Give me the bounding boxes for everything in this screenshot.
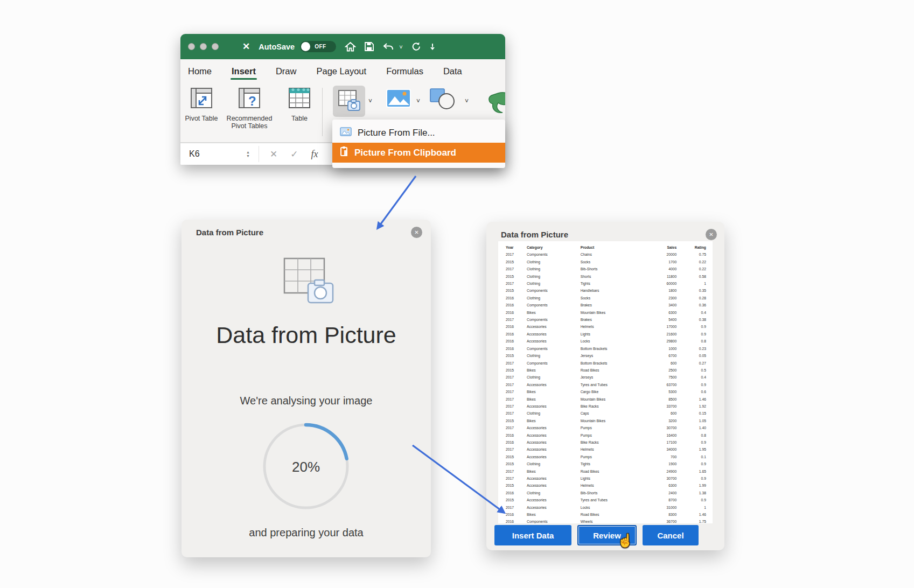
table-cell: 17000 bbox=[650, 323, 676, 330]
zoom-window-button[interactable] bbox=[212, 43, 219, 50]
excel-window: ✕ AutoSave OFF ˅ bbox=[180, 34, 505, 165]
table-cell: Socks bbox=[581, 258, 651, 265]
insert-function-icon[interactable]: fx bbox=[311, 149, 318, 160]
table-cell: 21600 bbox=[650, 331, 676, 338]
table-cell: Tights bbox=[581, 460, 651, 467]
tab-formulas[interactable]: Formulas bbox=[385, 61, 424, 82]
redo-icon[interactable] bbox=[411, 41, 421, 52]
table-cell: 2017 bbox=[506, 280, 527, 287]
table-cell: Components bbox=[527, 251, 581, 258]
pictures-button[interactable] bbox=[384, 87, 413, 111]
undo-chevron-icon[interactable]: ˅ bbox=[399, 44, 402, 50]
table-cell: 0.8 bbox=[676, 338, 706, 345]
table-row: 2015ClothingShorts118000.58 bbox=[506, 273, 706, 280]
table-cell: 2400 bbox=[650, 489, 676, 496]
table-cell: 0.22 bbox=[676, 265, 706, 272]
table-cell: Components bbox=[527, 287, 581, 294]
table-cell: 2015 bbox=[506, 482, 527, 489]
name-box-stepper[interactable]: ▲▼ bbox=[246, 150, 250, 158]
table-cell: 31000 bbox=[650, 504, 676, 511]
table-row: 2017ClothingCaps6000.15 bbox=[506, 410, 706, 417]
table-cell: 2017 bbox=[506, 446, 527, 453]
table-cell: Bottom Brackets bbox=[581, 360, 651, 367]
cancel-button[interactable]: Cancel bbox=[643, 525, 699, 545]
excel-titlebar: ✕ AutoSave OFF ˅ bbox=[180, 34, 505, 59]
toolbar-pin-icon[interactable] bbox=[429, 43, 436, 51]
table-cell: Components bbox=[527, 345, 581, 352]
tab-insert[interactable]: Insert bbox=[231, 61, 257, 82]
table-cell: 2017 bbox=[506, 360, 527, 367]
table-cell: Road Bikes bbox=[581, 367, 651, 374]
table-cell: 2017 bbox=[506, 374, 527, 381]
table-cell: 2015 bbox=[506, 417, 527, 424]
table-row: 2017AccessoriesPumps307001.40 bbox=[506, 424, 706, 431]
close-icon[interactable]: ✕ bbox=[242, 41, 250, 52]
table-cell: 0.22 bbox=[676, 258, 706, 265]
dialog-close-button[interactable]: ✕ bbox=[706, 229, 717, 240]
table-button[interactable]: Table bbox=[284, 87, 315, 122]
tab-home[interactable]: Home bbox=[187, 61, 213, 82]
shapes-chevron-icon[interactable]: ˅ bbox=[465, 97, 469, 105]
table-cell: 2015 bbox=[506, 496, 527, 503]
table-cell: 0.05 bbox=[676, 352, 706, 359]
table-cell: Chains bbox=[581, 251, 651, 258]
traffic-lights bbox=[188, 43, 219, 50]
undo-icon[interactable] bbox=[382, 42, 394, 52]
table-cell: 1.95 bbox=[676, 446, 706, 453]
shapes-button[interactable] bbox=[427, 87, 461, 114]
dialog-close-button[interactable]: ✕ bbox=[411, 227, 422, 238]
table-cell: 600 bbox=[650, 360, 676, 367]
pictures-chevron-icon[interactable]: ˅ bbox=[416, 97, 420, 105]
menu-item-picture-from-clipboard[interactable]: Picture From Clipboard bbox=[332, 143, 505, 163]
minimize-window-button[interactable] bbox=[200, 43, 207, 50]
table-cell: Handlebars bbox=[581, 287, 651, 294]
table-cell: Clothing bbox=[527, 258, 581, 265]
table-cell: Accessories bbox=[527, 331, 581, 338]
table-cell: Clothing bbox=[527, 280, 581, 287]
tab-draw[interactable]: Draw bbox=[275, 61, 298, 82]
confirm-entry-icon[interactable]: ✓ bbox=[290, 149, 298, 160]
table-cell: 2016 bbox=[506, 511, 527, 518]
table-icon bbox=[288, 87, 311, 111]
table-row: 2015BikesMountain Bikes32001.05 bbox=[506, 417, 706, 424]
table-cell: Jerseys bbox=[581, 374, 651, 381]
table-row: 2017BikesRoad Bikes249001.65 bbox=[506, 468, 706, 475]
table-cell: 0.23 bbox=[676, 345, 706, 352]
formula-divider bbox=[259, 146, 259, 162]
table-cell: 29800 bbox=[650, 338, 676, 345]
data-from-picture-button[interactable] bbox=[333, 86, 365, 117]
save-icon[interactable] bbox=[364, 41, 374, 52]
table-row: 2017BikesMountain Bikes85001.46 bbox=[506, 396, 706, 403]
table-row: 2017AccessoriesTyres and Tubes637000.9 bbox=[506, 381, 706, 388]
pivot-table-button[interactable]: Pivot Table bbox=[185, 87, 218, 122]
pivot-table-label: Pivot Table bbox=[185, 115, 218, 122]
recommended-pivot-tables-button[interactable]: ? Recommended Pivot Tables bbox=[219, 87, 280, 130]
table-cell: Accessories bbox=[527, 323, 581, 330]
menu-item-picture-from-file[interactable]: Picture From File... bbox=[332, 123, 505, 143]
table-cell: 8500 bbox=[650, 396, 676, 403]
table-cell: Bikes bbox=[527, 388, 581, 395]
table-cell: 0.9 bbox=[676, 460, 706, 467]
column-header: Rating bbox=[676, 244, 706, 251]
table-row: 2016ComponentsBrakes34000.36 bbox=[506, 302, 706, 309]
icons-button-partial-icon[interactable] bbox=[482, 89, 505, 115]
home-icon[interactable] bbox=[345, 41, 356, 52]
table-cell: 2016 bbox=[506, 345, 527, 352]
table-cell: 2017 bbox=[506, 381, 527, 388]
cancel-entry-icon[interactable]: ✕ bbox=[270, 149, 277, 160]
autosave-toggle[interactable]: OFF bbox=[300, 41, 336, 52]
insert-data-button[interactable]: Insert Data bbox=[494, 525, 571, 545]
name-box[interactable]: K6 bbox=[180, 149, 246, 159]
autosave-state: OFF bbox=[315, 44, 326, 50]
table-cell: Bikes bbox=[527, 396, 581, 403]
table-cell: Bib-Shorts bbox=[581, 265, 651, 272]
close-window-button[interactable] bbox=[188, 43, 195, 50]
table-cell: Accessories bbox=[527, 424, 581, 431]
tab-data[interactable]: Data bbox=[442, 61, 463, 82]
data-from-picture-chevron-icon[interactable]: ˅ bbox=[368, 97, 372, 105]
table-cell: Caps bbox=[581, 410, 651, 417]
table-cell: 2500 bbox=[650, 367, 676, 374]
preview-table: YearCategoryProductSalesRating 2017Compo… bbox=[506, 244, 706, 523]
table-cell: 600 bbox=[650, 410, 676, 417]
tab-page-layout[interactable]: Page Layout bbox=[315, 61, 367, 82]
